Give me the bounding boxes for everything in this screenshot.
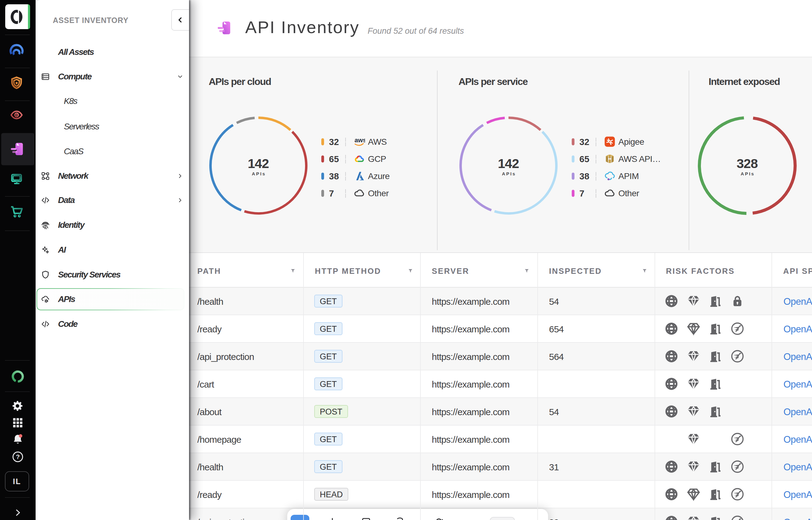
- svg-text:aws: aws: [354, 136, 365, 144]
- svg-text:?: ?: [16, 453, 20, 460]
